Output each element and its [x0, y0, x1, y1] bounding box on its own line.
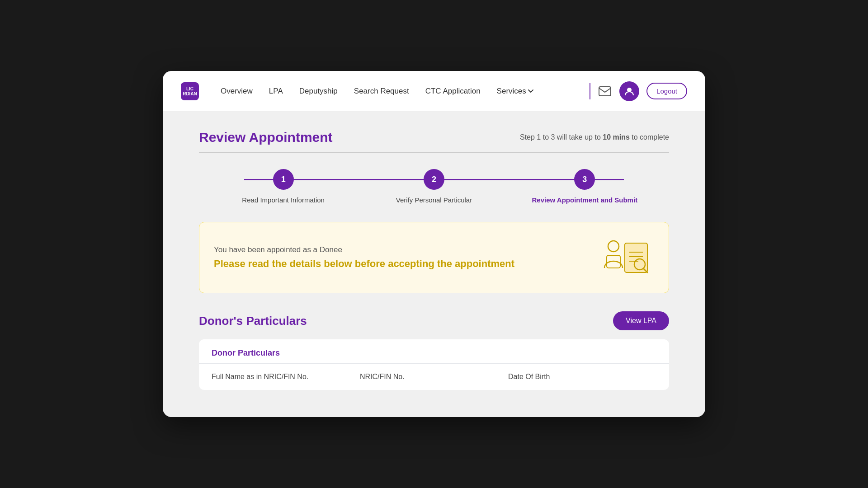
logout-button[interactable]: Logout: [646, 83, 687, 99]
step-3-circle: 3: [574, 169, 595, 190]
table-columns: Full Name as in NRIC/FIN No. NRIC/FIN No…: [199, 364, 669, 390]
nav-services[interactable]: Services: [497, 87, 533, 96]
stepper: 1 Read Important Information 2 Verify Pe…: [199, 169, 669, 204]
step-3: 3 Review Appointment and Submit: [509, 169, 660, 204]
notice-sub-text: You have been appointed as a Donee: [214, 245, 600, 254]
navbar: LICRDIAN Overview LPA Deputyship Search …: [163, 71, 705, 112]
table-col-name: Full Name as in NRIC/FIN No.: [212, 373, 360, 381]
svg-rect-0: [599, 87, 611, 96]
step-3-label: Review Appointment and Submit: [532, 196, 638, 204]
chevron-down-icon: [528, 89, 533, 94]
step-info: Step 1 to 3 will take up to 10 mins to c…: [520, 133, 669, 141]
logo-icon: LICRDIAN: [181, 82, 199, 100]
view-lpa-button[interactable]: View LPA: [613, 311, 669, 330]
table-col-dob: Date Of Birth: [508, 373, 656, 381]
step-1-circle: 1: [273, 169, 294, 190]
step-2: 2 Verify Personal Particular: [359, 169, 509, 204]
nav-overview[interactable]: Overview: [221, 87, 253, 96]
nav-divider: [590, 83, 590, 99]
donor-table-card: Donor Particulars Full Name as in NRIC/F…: [199, 339, 669, 390]
nav-right: Logout: [590, 81, 687, 101]
mail-icon[interactable]: [598, 84, 612, 99]
page-title: Review Appointment: [199, 130, 333, 145]
header-divider: [199, 152, 669, 153]
step-2-circle: 2: [424, 169, 444, 190]
table-header-title: Donor Particulars: [212, 348, 280, 357]
main-content: Review Appointment Step 1 to 3 will take…: [163, 112, 705, 417]
avatar[interactable]: [619, 81, 639, 101]
logo-area: LICRDIAN: [181, 82, 203, 100]
nav-links: Overview LPA Deputyship Search Request C…: [221, 87, 590, 96]
notice-main-text: Please read the details below before acc…: [214, 258, 600, 270]
nav-search-request[interactable]: Search Request: [354, 87, 409, 96]
donor-section-title: Donor's Particulars: [199, 314, 307, 328]
page-header: Review Appointment Step 1 to 3 will take…: [199, 130, 669, 145]
notice-illustration: [600, 235, 654, 280]
nav-ctc-application[interactable]: CTC Application: [425, 87, 481, 96]
notice-box: You have been appointed as a Donee Pleas…: [199, 222, 669, 293]
table-header-row: Donor Particulars: [199, 339, 669, 364]
step-1: 1 Read Important Information: [208, 169, 359, 204]
notice-text-area: You have been appointed as a Donee Pleas…: [214, 245, 600, 270]
svg-point-9: [608, 241, 619, 252]
nav-lpa[interactable]: LPA: [269, 87, 283, 96]
step-2-label: Verify Personal Particular: [396, 196, 472, 204]
step-1-label: Read Important Information: [242, 196, 325, 204]
browser-window: LICRDIAN Overview LPA Deputyship Search …: [163, 71, 705, 417]
nav-deputyship[interactable]: Deputyship: [299, 87, 338, 96]
table-col-nric: NRIC/FIN No.: [360, 373, 508, 381]
donor-section-header: Donor's Particulars View LPA: [199, 311, 669, 330]
